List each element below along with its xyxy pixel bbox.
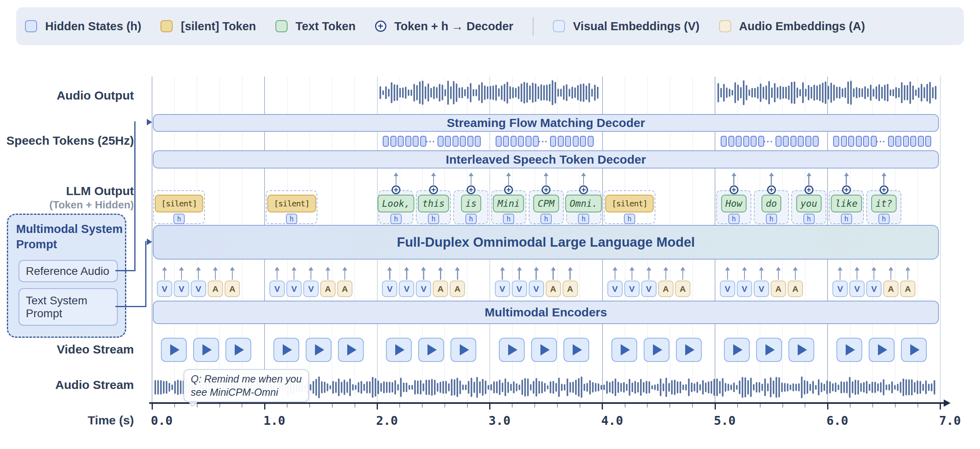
audio-stream-waveform [629, 379, 630, 395]
audio-output-waveform [563, 85, 565, 100]
embedding-arrow-head [534, 267, 539, 270]
embedding-arrow-head [568, 267, 573, 270]
speech-token [550, 136, 556, 147]
audio-output-waveform [870, 85, 872, 101]
audio-stream-waveform [327, 383, 328, 391]
audio-output-waveform [836, 87, 838, 98]
audio-stream-waveform [612, 381, 613, 394]
llm-token-group: [silent]h [266, 190, 317, 224]
play-icon [347, 344, 357, 355]
text-token: it? [871, 195, 897, 212]
visual-embedding-box: V [607, 281, 623, 297]
axis-tick [602, 404, 603, 410]
audio-stream-waveform [440, 382, 441, 393]
audio-stream-waveform [414, 380, 416, 394]
audio-stream-waveform [335, 382, 337, 393]
embedding-arrow-line [389, 270, 390, 280]
audio-embedding-box: A [771, 281, 786, 297]
audio-output-waveform [518, 86, 519, 99]
speech-token [565, 136, 571, 147]
speech-token [390, 136, 396, 147]
audio-output-waveform [799, 89, 801, 97]
embedding-arrow-head [196, 267, 201, 270]
text-token: is [461, 195, 481, 212]
play-icon [540, 344, 550, 355]
axis-tick [850, 404, 851, 407]
axis-tick [354, 404, 355, 407]
embedding-arrow-line [569, 270, 571, 280]
audio-output-waveform [577, 85, 579, 100]
audio-stream-waveform [753, 384, 755, 390]
video-frame-button [450, 338, 476, 362]
audio-stream-waveform [849, 377, 851, 398]
speech-token [398, 136, 404, 147]
legend-item-silent-token: [silent] Token [161, 20, 256, 33]
audio-output-waveform [737, 85, 739, 101]
audio-stream-waveform [744, 377, 746, 397]
hidden-state-box: h [286, 214, 297, 224]
audio-output-waveform [760, 83, 761, 102]
audio-output-waveform [450, 86, 452, 100]
audio-stream-waveform [668, 383, 670, 392]
audio-output-waveform [509, 86, 511, 99]
speech-token [573, 136, 579, 147]
embedding-arrow-head [872, 267, 876, 270]
token-to-decoder-arrow-line [396, 176, 397, 185]
audio-stream-waveform [524, 378, 526, 397]
axis-tick-label: 0.0 [151, 414, 187, 427]
audio-stream-waveform [911, 379, 913, 396]
audio-stream-waveform [648, 381, 650, 393]
row-label-speech-tokens: Speech Tokens (25Hz) [0, 134, 134, 148]
audio-stream-waveform [372, 377, 373, 398]
text-prompt-connector-h [115, 306, 146, 307]
axis-tick [332, 404, 333, 407]
audio-stream-waveform [795, 384, 797, 391]
audio-output-waveform [433, 86, 435, 99]
audio-output-waveform [864, 86, 866, 99]
audio-stream-waveform [798, 383, 800, 391]
audio-output-waveform [850, 81, 852, 105]
audio-output-waveform [464, 89, 466, 96]
audio-stream-waveform [860, 383, 862, 392]
audio-stream-waveform [154, 380, 156, 395]
audio-stream-waveform [838, 385, 839, 390]
timeline-diagram: Hidden States (h)[silent] TokenText Toke… [0, 0, 980, 449]
embedding-arrow-line [761, 270, 762, 280]
embedding-arrow-head [551, 267, 556, 270]
audio-stream-waveform [442, 381, 444, 394]
audio-stream-waveform [809, 384, 811, 391]
audio-stream-waveform [499, 380, 500, 395]
audio-stream-waveform [855, 380, 856, 395]
speech-token [776, 136, 782, 147]
text-token: CPM [533, 195, 559, 212]
llm-token-group: [silent]h [153, 190, 205, 224]
legend-label: Hidden States (h) [45, 20, 141, 33]
bubble-line-2: see MiniCPM-Omni [191, 386, 302, 399]
speech-token [895, 136, 901, 147]
audio-output-waveform [844, 87, 846, 98]
audio-stream-waveform [592, 382, 594, 393]
token-to-decoder-arrow-head [431, 173, 436, 176]
audio-output-waveform [442, 85, 443, 100]
audio-stream-waveform [403, 382, 405, 392]
audio-stream-waveform [428, 380, 430, 395]
token-to-decoder-arrow-line [733, 176, 734, 185]
audio-stream-waveform [696, 382, 698, 393]
llm-token-group: doh+ [754, 190, 789, 224]
video-frame-button [724, 338, 750, 362]
audio-stream-waveform [434, 380, 436, 395]
audio-output-waveform [523, 82, 525, 104]
audio-output-waveform [444, 89, 446, 96]
embedding-arrow-head [179, 267, 184, 270]
audio-output-waveform [873, 89, 874, 97]
audio-stream-waveform [550, 381, 551, 393]
audio-stream-waveform [505, 378, 506, 397]
audio-stream-waveform [773, 380, 774, 395]
axis-tick [737, 404, 738, 407]
audio-stream-waveform [674, 380, 676, 395]
audio-stream-waveform [857, 380, 859, 395]
video-frame-button [225, 338, 251, 362]
audio-output-waveform [757, 87, 759, 98]
audio-embedding-box: A [675, 281, 690, 297]
token-plus-h-icon: + [880, 185, 888, 194]
